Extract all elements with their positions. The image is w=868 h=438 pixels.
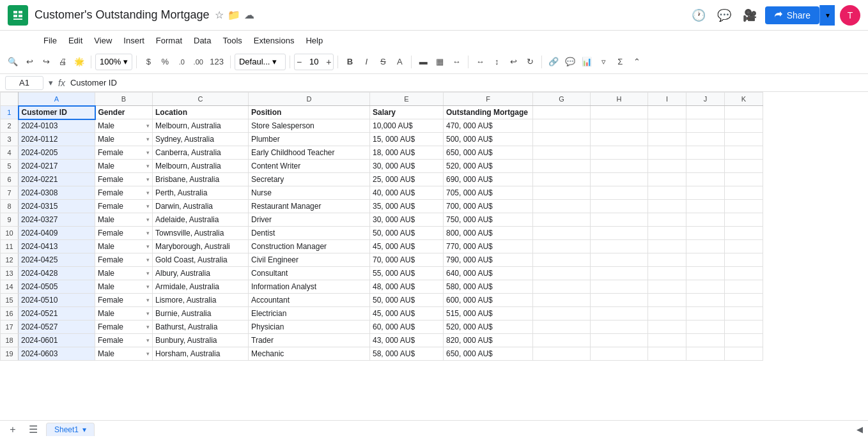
cell[interactable]: 470, 000 AU$ [444,119,533,133]
cell[interactable]: 2024-0217 [19,160,95,173]
cell[interactable]: 30, 000 AU$ [370,160,444,173]
cell[interactable]: Early Childhood Teacher [249,146,370,160]
empty-cell[interactable] [591,106,648,119]
empty-cell[interactable] [686,240,725,253]
redo-btn[interactable]: ↪ [38,53,54,71]
empty-cell[interactable] [725,106,763,119]
cell[interactable]: 43, 000 AU$ [370,334,444,347]
empty-cell[interactable] [725,347,763,361]
row-header-10[interactable]: 10 [1,227,19,240]
empty-cell[interactable] [648,253,686,267]
cell[interactable]: Male▾ [95,160,153,173]
cell[interactable]: 18, 000 AU$ [370,146,444,160]
empty-cell[interactable] [725,240,763,253]
cell[interactable]: Female▾ [95,334,153,347]
zoom-selector[interactable]: 100% ▾ [95,54,132,70]
empty-cell[interactable] [533,106,591,119]
cell[interactable]: Plumber [249,133,370,146]
menu-format[interactable]: Format [151,34,187,47]
col-header-J[interactable]: J [686,93,725,106]
cell[interactable]: Civil Engineer [249,253,370,267]
empty-cell[interactable] [533,280,591,294]
currency-btn[interactable]: $ [141,53,156,71]
paint-format-btn[interactable]: 🌟 [72,53,87,71]
cell[interactable]: 520, 000 AU$ [444,160,533,173]
empty-cell[interactable] [686,253,725,267]
decimal-inc-btn[interactable]: .00 [190,53,206,71]
cell[interactable]: 40, 000 AU$ [370,186,444,200]
cell[interactable]: 50, 000 AU$ [370,227,444,240]
empty-cell[interactable] [648,200,686,213]
row-header-12[interactable]: 12 [1,253,19,267]
empty-cell[interactable] [533,347,591,361]
borders-btn[interactable]: ▦ [432,53,447,71]
empty-cell[interactable] [725,307,763,321]
empty-cell[interactable] [591,186,648,200]
col-header-I[interactable]: I [648,93,686,106]
empty-cell[interactable] [591,294,648,307]
cell[interactable]: Female▾ [95,321,153,334]
avatar[interactable]: T [840,5,860,26]
empty-cell[interactable] [591,240,648,253]
empty-cell[interactable] [591,280,648,294]
cell[interactable]: 800, 000 AU$ [444,227,533,240]
col-header-C[interactable]: C [153,93,249,106]
comment-icon[interactable]: 💬 [714,5,734,26]
empty-cell[interactable] [591,227,648,240]
cell[interactable]: Position [249,106,370,119]
empty-cell[interactable] [686,146,725,160]
empty-cell[interactable] [648,173,686,186]
empty-cell[interactable] [533,173,591,186]
empty-cell[interactable] [725,227,763,240]
text-color-btn[interactable]: A [392,53,407,71]
empty-cell[interactable] [591,133,648,146]
cell[interactable]: 705, 000 AU$ [444,186,533,200]
cell[interactable]: Female▾ [95,253,153,267]
cell[interactable]: 2024-0315 [19,200,95,213]
cell[interactable]: 35, 000 AU$ [370,200,444,213]
empty-cell[interactable] [591,213,648,227]
cell[interactable]: Adelaide, Australia [153,213,249,227]
empty-cell[interactable] [533,213,591,227]
empty-cell[interactable] [533,267,591,280]
empty-cell[interactable] [591,146,648,160]
merge-cells-btn[interactable]: ↔ [449,53,464,71]
cell[interactable]: 48, 000 AU$ [370,280,444,294]
cell[interactable]: Brisbane, Australia [153,173,249,186]
row-header-8[interactable]: 8 [1,200,19,213]
cell[interactable]: Restaurant Manager [249,200,370,213]
cell[interactable]: Albury, Australia [153,267,249,280]
empty-cell[interactable] [591,160,648,173]
cell[interactable]: Salary [370,106,444,119]
row-header-9[interactable]: 9 [1,213,19,227]
empty-cell[interactable] [648,227,686,240]
cell[interactable]: 2024-0428 [19,267,95,280]
cell[interactable]: Melbourn, Australia [153,119,249,133]
empty-cell[interactable] [648,307,686,321]
row-header-6[interactable]: 6 [1,173,19,186]
cell[interactable]: Male▾ [95,267,153,280]
empty-cell[interactable] [686,173,725,186]
cell[interactable]: 2024-0327 [19,213,95,227]
search-toolbar-btn[interactable]: 🔍 [5,53,20,71]
filter-btn[interactable]: ▿ [596,53,611,71]
cell[interactable]: Male▾ [95,280,153,294]
cell[interactable]: 30, 000 AU$ [370,213,444,227]
col-header-B[interactable]: B [95,93,153,106]
cell[interactable]: 70, 000 AU$ [370,253,444,267]
cell[interactable]: Male▾ [95,307,153,321]
empty-cell[interactable] [648,213,686,227]
empty-cell[interactable] [533,253,591,267]
empty-cell[interactable] [591,267,648,280]
empty-cell[interactable] [648,240,686,253]
empty-cell[interactable] [648,186,686,200]
cell[interactable]: Physician [249,321,370,334]
empty-cell[interactable] [591,347,648,361]
empty-cell[interactable] [648,347,686,361]
cell[interactable]: Store Salesperson [249,119,370,133]
cell[interactable]: 2024-0601 [19,334,95,347]
col-header-G[interactable]: G [533,93,591,106]
empty-cell[interactable] [533,133,591,146]
cell[interactable]: Male▾ [95,133,153,146]
cell[interactable]: Accountant [249,294,370,307]
